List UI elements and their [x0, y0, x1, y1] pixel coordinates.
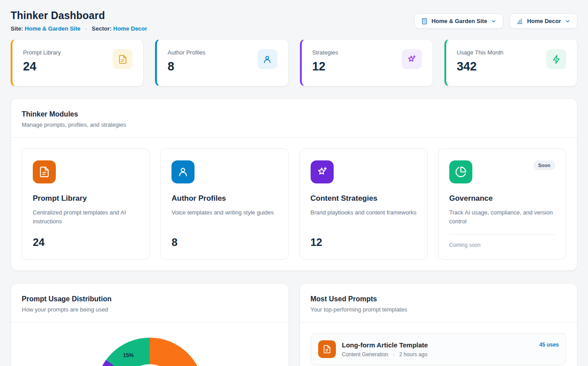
stat-label: Usage This Month: [457, 49, 503, 56]
prompts-card-header: Most Used Prompts Your top-performing pr…: [300, 284, 577, 323]
header: Thinker Dashboard Site: Home & Garden Si…: [11, 10, 577, 32]
sector-selector-label: Home Decor: [527, 18, 561, 24]
module-top: [33, 160, 139, 183]
module-top: [311, 160, 417, 183]
stats-row: Prompt Library 24 Author Profiles 8 Stra…: [11, 39, 577, 86]
prompt-list-item[interactable]: Long-form Article Template Content Gener…: [311, 333, 567, 365]
pie-chart-icon: [449, 160, 472, 183]
bottom-row: Prompt Usage Distribution How your promp…: [11, 283, 577, 366]
module-title: Content Strategies: [311, 194, 417, 203]
module-title: Author Profiles: [171, 194, 277, 203]
user-icon: [171, 160, 195, 183]
module-count: 24: [33, 236, 139, 249]
module-count: 8: [171, 236, 277, 249]
coming-soon-text: Coming soon: [449, 242, 481, 248]
building-icon: [421, 18, 428, 25]
prompt-usage-distribution-card: Prompt Usage Distribution How your promp…: [11, 283, 289, 366]
chart-region: 15%: [11, 338, 288, 366]
site-selector-label: Home & Garden Site: [432, 18, 487, 24]
stat-value: 12: [312, 60, 339, 74]
sector-link[interactable]: Home Decor: [113, 25, 148, 32]
usage-card-subtitle: How your prompts are being used: [22, 306, 278, 313]
user-icon: [257, 49, 277, 69]
breadcrumb-separator: ·: [85, 25, 87, 32]
stat-label: Prompt Library: [23, 49, 61, 56]
site-selector-dropdown[interactable]: Home & Garden Site: [414, 13, 504, 29]
stat-card-usage: Usage This Month 342: [444, 39, 577, 86]
prompts-card-subtitle: Your top-performing prompt templates: [311, 306, 567, 313]
module-count: 12: [311, 236, 417, 249]
prompts-card-title: Most Used Prompts: [311, 295, 567, 303]
breadcrumb: Site: Home & Garden Site · Sector: Home …: [11, 25, 147, 32]
header-left: Thinker Dashboard Site: Home & Garden Si…: [11, 10, 147, 32]
stat-value: 24: [23, 60, 61, 74]
module-card-prompt-library[interactable]: Prompt Library Centralized prompt templa…: [22, 148, 150, 260]
module-footer: Coming soon: [449, 234, 555, 249]
module-title: Governance: [449, 194, 555, 203]
stat-card-prompt-library: Prompt Library 24: [11, 39, 144, 86]
modules-grid: Prompt Library Centralized prompt templa…: [11, 138, 577, 270]
module-description: Voice templates and writing style guides: [171, 208, 277, 217]
prompt-item-title: Long-form Article Template: [342, 341, 428, 349]
stat-label: Author Profiles: [167, 49, 205, 56]
chevron-down-icon: [491, 18, 497, 24]
usage-card-title: Prompt Usage Distribution: [22, 295, 278, 303]
dashboard-page: Thinker Dashboard Site: Home & Garden Si…: [0, 0, 588, 366]
stat-card-strategies: Strategies 12: [300, 39, 433, 86]
sector-label: Sector:: [92, 25, 112, 32]
stat-text: Usage This Month 342: [457, 49, 503, 76]
most-used-prompts-card: Most Used Prompts Your top-performing pr…: [300, 283, 578, 366]
prompt-list: Long-form Article Template Content Gener…: [300, 323, 577, 366]
sparkle-star-icon: [311, 160, 334, 183]
document-icon: [33, 160, 56, 183]
module-top: Soon: [449, 160, 555, 183]
site-link[interactable]: Home & Garden Site: [25, 25, 81, 32]
module-description: Track AI usage, compliance, and version …: [449, 208, 555, 226]
module-card-governance[interactable]: Soon Governance Track AI usage, complian…: [438, 148, 566, 260]
module-description: Centralized prompt templates and AI inst…: [33, 208, 139, 226]
module-card-author-profiles[interactable]: Author Profiles Voice templates and writ…: [160, 148, 288, 260]
chevron-down-icon: [565, 18, 571, 24]
prompt-item-uses-badge: 45 uses: [539, 340, 559, 348]
document-icon: [318, 340, 336, 358]
prompt-item-category: Content Generation: [342, 351, 389, 358]
prompt-item-meta: Content Generation · 2 hours ago: [342, 351, 428, 358]
modules-subtitle: Manage prompts, profiles, and strategies: [22, 121, 566, 128]
bar-chart-icon: [516, 18, 523, 25]
usage-card-header: Prompt Usage Distribution How your promp…: [11, 284, 288, 323]
soon-badge: Soon: [533, 160, 556, 170]
document-icon: [113, 49, 132, 69]
stat-value: 342: [457, 60, 503, 74]
prompt-item-time: 2 hours ago: [399, 351, 427, 358]
donut-chart: 15%: [96, 338, 204, 366]
prompt-item-text: Long-form Article Template Content Gener…: [342, 341, 428, 358]
thinker-modules-section: Thinker Modules Manage prompts, profiles…: [11, 98, 577, 271]
sparkle-star-icon: [402, 49, 422, 69]
module-title: Prompt Library: [33, 194, 139, 203]
module-top: [171, 160, 277, 183]
stat-text: Prompt Library 24: [23, 49, 61, 76]
stat-text: Strategies 12: [312, 49, 339, 76]
module-card-content-strategies[interactable]: Content Strategies Brand playbooks and c…: [300, 148, 428, 260]
meta-separator: ·: [393, 351, 395, 358]
lightning-icon: [546, 49, 566, 69]
site-label: Site:: [11, 25, 23, 32]
module-description: Brand playbooks and content frameworks: [311, 208, 417, 217]
modules-title: Thinker Modules: [22, 110, 566, 118]
page-title: Thinker Dashboard: [11, 10, 147, 22]
stat-card-author-profiles: Author Profiles 8: [155, 39, 288, 86]
stat-value: 8: [167, 60, 205, 74]
sector-selector-dropdown[interactable]: Home Decor: [510, 13, 577, 29]
stat-text: Author Profiles 8: [167, 49, 205, 76]
header-selectors: Home & Garden Site Home Decor: [414, 10, 577, 29]
stat-label: Strategies: [312, 49, 339, 56]
modules-header: Thinker Modules Manage prompts, profiles…: [11, 99, 577, 138]
donut-slice-label: 15%: [123, 352, 134, 358]
